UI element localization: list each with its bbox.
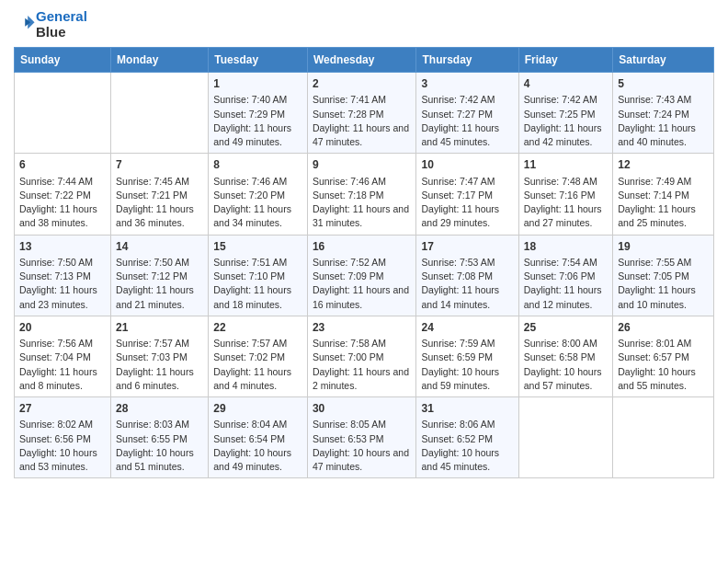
day-info: Daylight: 11 hours and 31 minutes. bbox=[313, 203, 409, 228]
day-of-week-header: Saturday bbox=[613, 48, 714, 73]
day-info: Sunrise: 7:47 AM bbox=[421, 176, 495, 187]
day-info: Sunset: 6:53 PM bbox=[313, 433, 384, 444]
day-number: 9 bbox=[313, 157, 412, 173]
day-info: Sunrise: 8:06 AM bbox=[421, 419, 495, 430]
day-info: Daylight: 11 hours and 40 minutes. bbox=[618, 122, 696, 147]
calendar-cell: 16Sunrise: 7:52 AMSunset: 7:09 PMDayligh… bbox=[307, 235, 416, 316]
day-info: Sunrise: 7:58 AM bbox=[313, 338, 386, 349]
calendar-cell: 18Sunrise: 7:54 AMSunset: 7:06 PMDayligh… bbox=[518, 235, 612, 316]
logo: General Blue bbox=[14, 9, 87, 40]
day-info: Sunset: 7:03 PM bbox=[116, 351, 188, 362]
day-info: Daylight: 11 hours and 25 minutes. bbox=[618, 203, 696, 228]
day-info: Daylight: 11 hours and 4 minutes. bbox=[213, 366, 291, 391]
calendar-cell: 22Sunrise: 7:57 AMSunset: 7:02 PMDayligh… bbox=[209, 316, 308, 396]
day-number: 20 bbox=[19, 320, 106, 336]
day-info: Sunset: 7:18 PM bbox=[313, 190, 384, 201]
day-number: 24 bbox=[421, 320, 513, 336]
day-number: 21 bbox=[116, 320, 203, 336]
day-info: Daylight: 11 hours and 27 minutes. bbox=[524, 203, 602, 228]
day-number: 26 bbox=[618, 320, 709, 336]
calendar-cell: 3Sunrise: 7:42 AMSunset: 7:27 PMDaylight… bbox=[416, 73, 518, 154]
day-of-week-header: Friday bbox=[518, 48, 612, 73]
day-info: Sunset: 7:02 PM bbox=[213, 351, 285, 362]
day-info: Sunset: 6:56 PM bbox=[19, 433, 91, 444]
day-info: Sunset: 7:13 PM bbox=[19, 270, 91, 282]
logo-icon bbox=[16, 13, 36, 33]
calendar-cell: 6Sunrise: 7:44 AMSunset: 7:22 PMDaylight… bbox=[15, 154, 111, 235]
day-info: Sunset: 7:20 PM bbox=[213, 190, 285, 201]
day-info: Sunset: 6:59 PM bbox=[421, 351, 493, 362]
logo-text: General Blue bbox=[36, 9, 87, 40]
calendar-cell: 11Sunrise: 7:48 AMSunset: 7:16 PMDayligh… bbox=[518, 154, 612, 235]
day-info: Sunset: 7:22 PM bbox=[19, 190, 91, 201]
day-number: 23 bbox=[313, 320, 412, 336]
day-info: Sunset: 7:24 PM bbox=[618, 109, 689, 120]
calendar-cell: 2Sunrise: 7:41 AMSunset: 7:28 PMDaylight… bbox=[307, 73, 416, 154]
calendar-cell: 14Sunrise: 7:50 AMSunset: 7:12 PMDayligh… bbox=[111, 235, 209, 316]
day-info: Daylight: 10 hours and 53 minutes. bbox=[19, 447, 97, 472]
calendar-week-row: 27Sunrise: 8:02 AMSunset: 6:56 PMDayligh… bbox=[15, 397, 714, 478]
day-info: Sunrise: 8:01 AM bbox=[618, 338, 691, 349]
day-info: Daylight: 11 hours and 29 minutes. bbox=[421, 203, 499, 228]
calendar-cell: 7Sunrise: 7:45 AMSunset: 7:21 PMDaylight… bbox=[111, 154, 209, 235]
day-info: Sunrise: 8:02 AM bbox=[19, 419, 93, 430]
day-info: Sunrise: 7:54 AM bbox=[524, 257, 597, 268]
calendar-week-row: 20Sunrise: 7:56 AMSunset: 7:04 PMDayligh… bbox=[15, 316, 714, 396]
day-info: Daylight: 11 hours and 16 minutes. bbox=[313, 284, 409, 309]
day-info: Sunrise: 8:03 AM bbox=[116, 419, 189, 430]
day-info: Sunset: 6:57 PM bbox=[618, 351, 689, 362]
day-info: Daylight: 10 hours and 49 minutes. bbox=[213, 447, 291, 472]
calendar-cell: 17Sunrise: 7:53 AMSunset: 7:08 PMDayligh… bbox=[416, 235, 518, 316]
calendar-cell: 1Sunrise: 7:40 AMSunset: 7:29 PMDaylight… bbox=[209, 73, 308, 154]
day-number: 29 bbox=[213, 401, 302, 417]
day-info: Sunset: 7:06 PM bbox=[524, 270, 596, 282]
day-info: Sunrise: 7:42 AM bbox=[421, 94, 495, 105]
day-info: Sunset: 7:05 PM bbox=[618, 270, 689, 282]
day-info: Sunrise: 8:00 AM bbox=[524, 338, 597, 349]
day-info: Daylight: 10 hours and 45 minutes. bbox=[421, 447, 499, 472]
calendar-cell: 27Sunrise: 8:02 AMSunset: 6:56 PMDayligh… bbox=[15, 397, 111, 478]
calendar-cell: 31Sunrise: 8:06 AMSunset: 6:52 PMDayligh… bbox=[416, 397, 518, 478]
day-number: 22 bbox=[213, 320, 302, 336]
day-info: Sunrise: 7:41 AM bbox=[313, 94, 386, 105]
calendar-week-row: 1Sunrise: 7:40 AMSunset: 7:29 PMDaylight… bbox=[15, 73, 714, 154]
day-info: Daylight: 11 hours and 23 minutes. bbox=[19, 284, 97, 309]
calendar-cell: 5Sunrise: 7:43 AMSunset: 7:24 PMDaylight… bbox=[613, 73, 714, 154]
day-number: 7 bbox=[116, 157, 203, 173]
day-number: 27 bbox=[19, 401, 106, 417]
day-info: Sunrise: 7:50 AM bbox=[116, 257, 189, 268]
day-info: Sunset: 7:10 PM bbox=[213, 270, 285, 282]
day-info: Daylight: 11 hours and 42 minutes. bbox=[524, 122, 602, 147]
day-number: 10 bbox=[421, 157, 513, 173]
day-info: Sunset: 7:29 PM bbox=[213, 109, 285, 120]
page-header: General Blue bbox=[14, 9, 714, 40]
day-info: Daylight: 10 hours and 57 minutes. bbox=[524, 366, 602, 391]
day-info: Daylight: 11 hours and 21 minutes. bbox=[116, 284, 194, 309]
day-number: 18 bbox=[524, 239, 608, 255]
day-number: 28 bbox=[116, 401, 203, 417]
calendar-cell: 26Sunrise: 8:01 AMSunset: 6:57 PMDayligh… bbox=[613, 316, 714, 396]
day-info: Daylight: 10 hours and 47 minutes. bbox=[313, 447, 409, 472]
calendar-week-row: 6Sunrise: 7:44 AMSunset: 7:22 PMDaylight… bbox=[15, 154, 714, 235]
day-info: Daylight: 11 hours and 45 minutes. bbox=[421, 122, 499, 147]
day-info: Daylight: 11 hours and 12 minutes. bbox=[524, 284, 602, 309]
day-info: Sunset: 7:04 PM bbox=[19, 351, 91, 362]
day-info: Sunset: 7:09 PM bbox=[313, 270, 384, 282]
day-number: 5 bbox=[618, 76, 709, 92]
day-info: Daylight: 11 hours and 38 minutes. bbox=[19, 203, 97, 228]
calendar-cell bbox=[518, 397, 612, 478]
day-number: 16 bbox=[313, 239, 412, 255]
day-number: 1 bbox=[213, 76, 302, 92]
day-info: Sunset: 7:27 PM bbox=[421, 109, 493, 120]
day-info: Sunrise: 7:59 AM bbox=[421, 338, 495, 349]
day-info: Sunrise: 7:51 AM bbox=[213, 257, 287, 268]
day-info: Sunrise: 7:57 AM bbox=[116, 338, 189, 349]
day-info: Sunrise: 7:57 AM bbox=[213, 338, 287, 349]
day-info: Daylight: 10 hours and 51 minutes. bbox=[116, 447, 194, 472]
calendar-cell: 21Sunrise: 7:57 AMSunset: 7:03 PMDayligh… bbox=[111, 316, 209, 396]
day-info: Sunrise: 7:43 AM bbox=[618, 94, 691, 105]
day-info: Daylight: 10 hours and 59 minutes. bbox=[421, 366, 499, 391]
calendar-cell bbox=[613, 397, 714, 478]
day-info: Sunrise: 7:56 AM bbox=[19, 338, 93, 349]
day-number: 30 bbox=[313, 401, 412, 417]
